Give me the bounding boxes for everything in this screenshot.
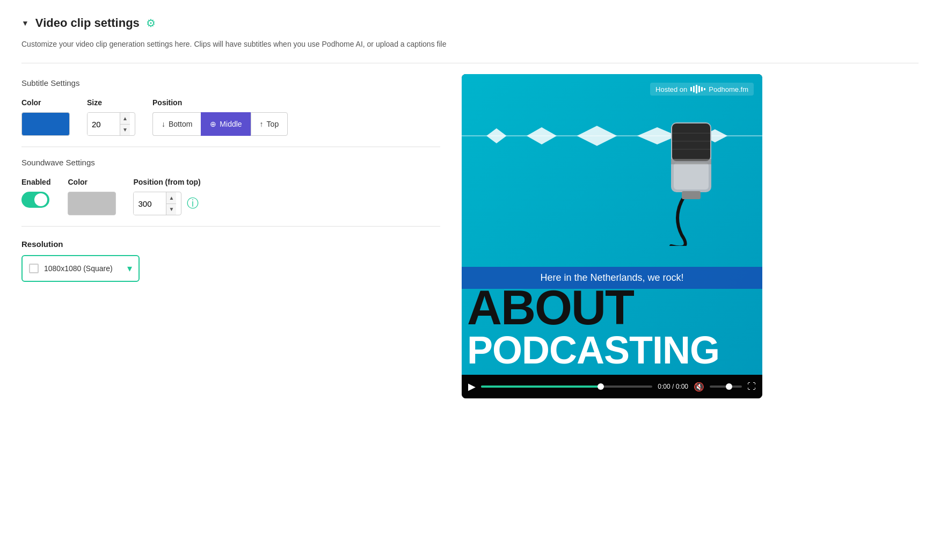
soundwave-position-group: Position (from top) ▲ ▼ ⓘ	[133, 178, 200, 215]
resolution-title: Resolution	[21, 239, 440, 249]
video-preview: Hosted on Podhome.fm	[462, 74, 762, 398]
time-display: 0:00 / 0:00	[658, 383, 688, 390]
microphone-svg	[639, 96, 757, 246]
page-title: Video clip settings	[35, 16, 140, 30]
main-layout: Subtitle Settings Color Size ▲ ▼	[21, 74, 919, 398]
subtitle-size-input[interactable]	[88, 113, 120, 135]
mid-divider	[21, 147, 440, 147]
big-text-podcasting: PODCASTING	[467, 331, 719, 369]
position-btn-bottom[interactable]: ↓ Bottom	[152, 112, 201, 136]
subtitle-position-group: Position ↓ Bottom ⊕ Middle ↑ Top	[152, 98, 288, 136]
video-controls-bar: ▶ 0:00 / 0:00 🔇 ⛶	[462, 375, 762, 398]
soundwave-enabled-group: Enabled	[21, 178, 50, 208]
subtitle-size-group: Size ▲ ▼	[87, 98, 135, 136]
soundwave-position-input-wrapper: ▲ ▼	[133, 192, 181, 215]
svg-rect-0	[690, 87, 692, 91]
subtitle-controls-row: Color Size ▲ ▼ Position	[21, 98, 440, 136]
position-bottom-icon: ↓	[162, 120, 165, 128]
soundwave-position-up[interactable]: ▲	[166, 192, 176, 204]
svg-rect-3	[698, 86, 700, 92]
svg-rect-2	[696, 85, 697, 93]
hosted-on-text: Hosted on	[655, 85, 687, 93]
progress-bar[interactable]	[481, 386, 652, 388]
volume-icon[interactable]: 🔇	[694, 382, 704, 392]
video-frame: Hosted on Podhome.fm	[462, 74, 762, 375]
volume-thumb	[726, 383, 732, 390]
progress-thumb	[597, 383, 604, 390]
video-background: Hosted on Podhome.fm	[462, 74, 762, 375]
toggle-thumb	[34, 193, 47, 206]
soundwave-toggle[interactable]	[21, 192, 49, 208]
subtitle-size-input-wrapper: ▲ ▼	[87, 112, 135, 136]
bottom-divider	[21, 226, 440, 227]
position-top-icon: ↑	[260, 120, 264, 128]
subtitle-section-title: Subtitle Settings	[21, 78, 440, 88]
svg-rect-13	[672, 123, 710, 161]
play-button[interactable]: ▶	[468, 381, 476, 392]
position-top-label: Top	[267, 120, 279, 128]
volume-bar[interactable]	[710, 386, 742, 388]
resolution-value: 1080x1080 (Square)	[44, 264, 122, 273]
resolution-checkbox	[29, 264, 39, 273]
subtitle-position-buttons: ↓ Bottom ⊕ Middle ↑ Top	[152, 112, 288, 136]
microphone-visual	[639, 96, 757, 248]
position-bottom-label: Bottom	[169, 120, 192, 128]
resolution-section: Resolution 1080x1080 (Square) ▾	[21, 239, 440, 282]
soundwave-position-input[interactable]	[134, 192, 166, 215]
svg-marker-9	[577, 126, 617, 146]
svg-rect-4	[701, 87, 703, 91]
top-divider	[21, 63, 919, 63]
svg-marker-7	[486, 128, 506, 143]
svg-marker-8	[527, 127, 557, 144]
progress-fill	[481, 386, 601, 388]
soundwave-section-title: Soundwave Settings	[21, 158, 440, 167]
hosted-bar: Hosted on Podhome.fm	[650, 83, 754, 96]
svg-rect-19	[671, 159, 711, 164]
subtitle-color-swatch[interactable]	[21, 112, 70, 136]
resolution-dropdown[interactable]: 1080x1080 (Square) ▾	[21, 255, 140, 282]
svg-rect-17	[674, 163, 709, 190]
soundwave-info-icon[interactable]: ⓘ	[187, 195, 199, 212]
subtitle-settings-section: Subtitle Settings Color Size ▲ ▼	[21, 78, 440, 136]
soundwave-color-group: Color	[68, 178, 116, 215]
position-btn-top[interactable]: ↑ Top	[251, 112, 288, 136]
soundwave-controls-row: Enabled Color Position (from top)	[21, 178, 440, 215]
description: Customize your video clip generation set…	[21, 39, 919, 50]
soundwave-position-spinner: ▲ ▼	[166, 192, 176, 215]
settings-panel: Subtitle Settings Color Size ▲ ▼	[21, 74, 440, 282]
subtitle-size-label: Size	[87, 98, 135, 107]
big-text-about: ABOUT	[467, 283, 633, 332]
subtitle-color-label: Color	[21, 98, 70, 107]
soundwave-brand-icon	[690, 85, 705, 93]
subtitle-size-down[interactable]: ▼	[120, 125, 130, 136]
soundwave-enabled-label: Enabled	[21, 178, 50, 186]
subtitle-size-spinner: ▲ ▼	[120, 113, 130, 135]
collapse-arrow[interactable]: ▼	[21, 19, 29, 27]
svg-rect-1	[693, 86, 695, 92]
soundwave-color-swatch[interactable]	[68, 192, 116, 215]
soundwave-color-label: Color	[68, 178, 116, 186]
preview-panel: Hosted on Podhome.fm	[462, 74, 762, 398]
subtitle-color-group: Color	[21, 98, 70, 136]
svg-rect-5	[704, 88, 705, 90]
page-header: ▼ Video clip settings ⚙	[21, 16, 919, 30]
soundwave-settings-section: Soundwave Settings Enabled Color	[21, 158, 440, 215]
fullscreen-button[interactable]: ⛶	[747, 382, 756, 391]
soundwave-position-down[interactable]: ▼	[166, 204, 176, 215]
resolution-chevron-down-icon: ▾	[127, 263, 132, 274]
position-btn-middle[interactable]: ⊕ Middle	[201, 112, 250, 136]
position-middle-label: Middle	[220, 120, 242, 128]
subtitle-position-label: Position	[152, 98, 288, 107]
subtitle-size-up[interactable]: ▲	[120, 113, 130, 125]
soundwave-position-label: Position (from top)	[133, 178, 200, 186]
gear-icon[interactable]: ⚙	[146, 17, 156, 30]
brand-text: Podhome.fm	[709, 85, 748, 93]
position-middle-icon: ⊕	[210, 120, 216, 128]
svg-rect-18	[682, 191, 701, 199]
